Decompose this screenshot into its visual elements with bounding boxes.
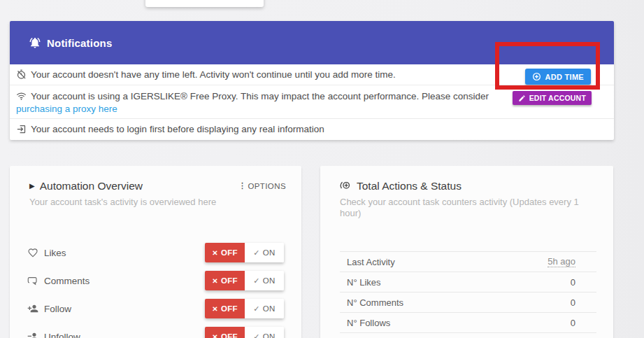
stat-value: 0: [571, 318, 575, 328]
likes-label: Likes: [27, 247, 66, 258]
notifications-title: Notifications: [47, 37, 112, 49]
notification-text: Your account doesn't have any time left.…: [31, 69, 396, 80]
check-icon: ✓: [253, 276, 260, 286]
options-label: OPTIONS: [248, 182, 286, 190]
stat-label: N° Likes: [347, 277, 381, 288]
stats-row-last-activity: Last Activity 5h ago: [340, 252, 596, 272]
stats-row-unfollows: N° Unfollows 0: [340, 333, 596, 338]
add-time-button[interactable]: ADD TIME: [525, 69, 591, 85]
comment-icon: [27, 275, 38, 286]
purchase-proxy-link[interactable]: purchasing a proxy here: [16, 104, 117, 114]
check-icon: ✓: [253, 248, 260, 258]
off-label: OFF: [221, 248, 238, 257]
stats-card-subtitle: Check your account task counters activit…: [320, 197, 613, 219]
check-icon: ✓: [253, 304, 260, 314]
automation-overview-card: ▶ Automation Overview ⋮ OPTIONS Your acc…: [10, 166, 301, 338]
plus-circle-icon: [532, 72, 541, 81]
automation-title-text: Automation Overview: [40, 179, 143, 192]
follow-on-button[interactable]: ✓ON: [245, 299, 284, 318]
follow-label: Follow: [27, 303, 71, 314]
stat-label: N° Comments: [347, 297, 403, 308]
x-icon: ✕: [212, 249, 218, 257]
automation-card-title: ▶ Automation Overview: [29, 179, 143, 192]
comments-toggle: ✕OFF ✓ON: [205, 271, 284, 290]
stat-value: 0: [571, 277, 575, 288]
last-activity-value: 5h ago: [548, 256, 575, 267]
user-plus-icon: [27, 303, 38, 314]
likes-on-button[interactable]: ✓ON: [245, 243, 284, 262]
on-label: ON: [263, 276, 276, 285]
comments-on-button[interactable]: ✓ON: [245, 271, 284, 290]
follow-toggle: ✕OFF ✓ON: [205, 299, 284, 318]
automation-card-header: ▶ Automation Overview ⋮ OPTIONS: [10, 166, 301, 192]
heart-icon: [27, 247, 38, 258]
comments-label: Comments: [27, 275, 90, 286]
notifications-header: Notifications: [10, 21, 614, 64]
toggle-label-text: Unfollow: [44, 332, 80, 338]
notification-no-time-left: Your account doesn't have any time left.…: [10, 64, 614, 85]
comments-off-button[interactable]: ✕OFF: [205, 271, 245, 290]
on-label: ON: [263, 248, 276, 257]
play-arrow-icon: ▶: [29, 179, 35, 192]
toggle-row-unfollow: Unfollow ✕OFF ✓ON: [10, 323, 301, 338]
stats-card-header: Total Actions & Status: [320, 166, 613, 192]
toggle-label-text: Follow: [44, 304, 71, 314]
automation-toggle-list: Likes ✕OFF ✓ON Comments ✕OFF ✓ON: [10, 239, 301, 338]
stats-row-likes: N° Likes 0: [340, 272, 596, 293]
dropdown-fragment: [145, 0, 264, 7]
stats-row-follows: N° Follows 0: [340, 313, 596, 333]
follow-off-button[interactable]: ✕OFF: [205, 299, 245, 318]
toggle-label-text: Comments: [44, 276, 90, 286]
notifications-bell-icon: [29, 36, 41, 49]
on-label: ON: [263, 304, 276, 313]
likes-toggle: ✕OFF ✓ON: [205, 243, 284, 262]
stat-label: N° Follows: [347, 318, 390, 328]
check-icon: ✓: [253, 332, 260, 338]
x-icon: ✕: [212, 305, 218, 313]
toggle-row-follow: Follow ✕OFF ✓ON: [10, 295, 301, 323]
target-icon: [340, 180, 352, 192]
total-actions-card: Total Actions & Status Check your accoun…: [320, 166, 613, 338]
unfollow-label: Unfollow: [27, 331, 80, 338]
toggle-row-comments: Comments ✕OFF ✓ON: [10, 267, 301, 295]
timer-off-icon: [16, 69, 27, 80]
stats-card-title: Total Actions & Status: [340, 179, 461, 192]
edit-account-button[interactable]: EDIT ACCOUNT: [513, 91, 592, 105]
login-icon: [16, 124, 27, 134]
stats-row-comments: N° Comments 0: [340, 293, 596, 313]
options-button[interactable]: ⋮ OPTIONS: [238, 181, 286, 190]
automation-card-subtitle: Your account task's activity is overview…: [10, 197, 301, 208]
off-label: OFF: [221, 304, 238, 313]
add-time-label: ADD TIME: [545, 73, 584, 81]
user-minus-icon: [27, 331, 38, 338]
notification-login-first: Your account needs to login first before…: [10, 119, 614, 140]
likes-off-button[interactable]: ✕OFF: [205, 243, 245, 262]
pencil-icon: [518, 94, 526, 102]
x-icon: ✕: [212, 277, 218, 285]
notification-text: Your account needs to login first before…: [31, 124, 324, 134]
vertical-dots-icon: ⋮: [238, 181, 246, 190]
edit-account-label: EDIT ACCOUNT: [529, 94, 586, 102]
off-label: OFF: [221, 332, 238, 338]
stat-label: Last Activity: [347, 257, 395, 267]
stats-title-text: Total Actions & Status: [357, 179, 461, 192]
unfollow-on-button[interactable]: ✓ON: [245, 327, 284, 338]
toggle-row-likes: Likes ✕OFF ✓ON: [10, 239, 301, 267]
on-label: ON: [263, 332, 276, 338]
off-label: OFF: [221, 276, 238, 285]
unfollow-toggle: ✕OFF ✓ON: [205, 327, 284, 338]
wifi-icon: [16, 91, 27, 101]
notification-text: Your account is using a IGERSLIKE® Free …: [31, 91, 489, 101]
unfollow-off-button[interactable]: ✕OFF: [205, 327, 245, 338]
x-icon: ✕: [212, 333, 218, 338]
toggle-label-text: Likes: [44, 248, 66, 258]
stats-table: Last Activity 5h ago N° Likes 0 N° Comme…: [340, 251, 596, 338]
stat-value: 0: [571, 297, 575, 308]
notifications-panel: Notifications Your account doesn't have …: [10, 21, 614, 140]
